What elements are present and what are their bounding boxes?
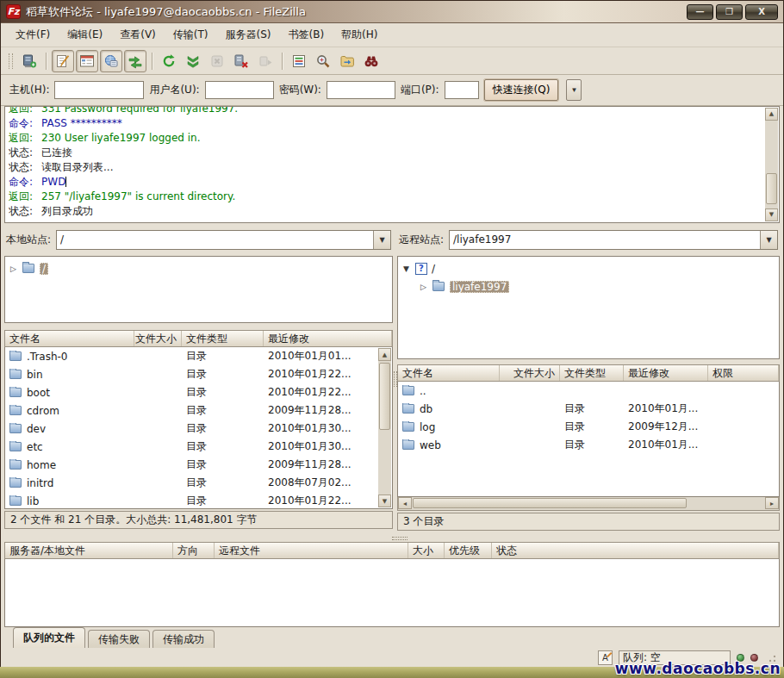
table-row[interactable]: .. (398, 382, 779, 400)
expand-icon[interactable]: ▷ (420, 283, 432, 291)
column-filetype[interactable]: 文件类型 (560, 365, 624, 381)
menu-edit[interactable]: 编辑(E) (59, 25, 110, 45)
scroll-left-icon[interactable]: ◂ (398, 497, 412, 509)
table-row[interactable]: web目录2010年01月... (398, 436, 779, 454)
table-row[interactable]: home目录2009年11月28... (5, 456, 392, 474)
remote-list-hscrollbar[interactable]: ◂ ▸ (397, 497, 780, 511)
collapse-icon[interactable]: ▼ (403, 264, 415, 273)
table-row[interactable]: cdrom目录2009年11月28... (5, 401, 392, 420)
tree-node-root[interactable]: ▼ ? / (398, 259, 779, 277)
text-caret (65, 177, 66, 187)
table-row[interactable]: log目录2009年12月... (398, 418, 779, 436)
remote-directory-tree[interactable]: ▼ ? / ▷ liyafe1997 (397, 256, 780, 359)
menu-bookmarks[interactable]: 书签(B) (280, 25, 332, 45)
column-size[interactable]: 大小 (408, 543, 445, 558)
toggle-local-tree-icon[interactable] (76, 50, 98, 72)
local-directory-tree[interactable]: ▷ / (4, 256, 393, 323)
menu-help[interactable]: 帮助(H) (333, 25, 385, 45)
local-site-combobox[interactable]: / ▼ (56, 230, 391, 250)
table-row[interactable]: lib目录2010年01月22... (5, 492, 392, 509)
column-filename[interactable]: 文件名 (398, 365, 500, 381)
close-button[interactable]: X (745, 4, 778, 20)
local-list-scrollbar[interactable]: ▲ ▼ (378, 348, 391, 507)
toggle-remote-tree-icon[interactable] (100, 50, 122, 72)
expand-icon[interactable]: ▷ (10, 264, 22, 273)
scroll-down-icon[interactable]: ▼ (765, 208, 778, 221)
tree-node-root[interactable]: ▷ / (5, 259, 392, 277)
table-row[interactable]: boot目录2010年01月22... (5, 383, 392, 401)
chevron-down-icon[interactable]: ▼ (760, 231, 777, 249)
tab-successful-transfers[interactable]: 传输成功 (152, 630, 215, 648)
table-row[interactable]: db目录2010年01月... (398, 400, 779, 418)
scrollbar-thumb[interactable] (379, 363, 390, 430)
folder-icon (22, 264, 34, 273)
menu-file[interactable]: 文件(F) (8, 25, 58, 45)
minimize-button[interactable]: — (687, 4, 713, 20)
column-status[interactable]: 状态 (492, 543, 779, 558)
scrollbar-thumb[interactable] (766, 173, 777, 204)
tab-failed-transfers[interactable]: 传输失败 (88, 630, 150, 648)
toggle-message-log-icon[interactable] (52, 50, 74, 72)
remote-site-combobox[interactable]: /liyafe1997 ▼ (449, 230, 778, 250)
site-manager-icon[interactable] (18, 50, 40, 72)
scroll-right-icon[interactable]: ▸ (765, 497, 779, 509)
refresh-icon[interactable] (158, 50, 180, 72)
column-filename[interactable]: 文件名 (5, 331, 134, 346)
password-input[interactable] (327, 81, 395, 99)
folder-icon (9, 496, 22, 506)
column-direction[interactable]: 方向 (173, 543, 215, 558)
directory-filter-icon[interactable] (288, 50, 310, 72)
window-controls: — ❐ X (687, 4, 778, 20)
reconnect-icon[interactable] (254, 50, 277, 72)
scroll-down-icon[interactable]: ▼ (378, 495, 391, 507)
toggle-transfer-queue-icon[interactable] (124, 50, 146, 72)
column-filesize[interactable]: 文件大小 (134, 331, 182, 346)
directory-comparison-icon[interactable] (312, 50, 334, 72)
port-label: 端口(P): (401, 83, 439, 97)
toolbar-separator (46, 53, 47, 70)
column-priority[interactable]: 优先级 (445, 543, 492, 558)
log-scrollbar[interactable]: ▲ ▼ (765, 108, 778, 221)
disconnect-icon[interactable] (230, 50, 252, 72)
column-filesize[interactable]: 文件大小 (500, 365, 560, 381)
cancel-icon[interactable] (206, 50, 228, 72)
quickconnect-button[interactable]: 快速连接(Q) (484, 79, 559, 101)
tab-queued-files[interactable]: 队列的文件 (13, 627, 85, 648)
column-filetype[interactable]: 文件类型 (182, 331, 264, 346)
local-splitter[interactable] (4, 323, 393, 330)
table-row[interactable]: bin目录2010年01月22... (5, 365, 392, 383)
host-input[interactable] (54, 81, 144, 99)
tree-node-child[interactable]: ▷ liyafe1997 (398, 277, 779, 295)
quickconnect-dropdown-icon[interactable]: ▼ (566, 79, 582, 101)
process-queue-icon[interactable] (182, 50, 204, 72)
scroll-up-icon[interactable]: ▲ (378, 348, 391, 361)
folder-icon (9, 388, 22, 397)
column-permissions[interactable]: 权限 (708, 365, 779, 381)
username-input[interactable] (205, 81, 274, 99)
column-modified[interactable]: 最近修改 (264, 331, 392, 346)
host-label: 主机(H): (9, 83, 49, 97)
log-edit-icon[interactable]: A (598, 650, 613, 665)
maximize-button[interactable]: ❐ (716, 4, 743, 20)
port-input[interactable] (445, 81, 479, 99)
menu-transfer[interactable]: 传输(T) (165, 25, 216, 45)
transfer-queue-list[interactable] (4, 559, 780, 627)
toolbar-separator (152, 53, 152, 70)
column-server-local-file[interactable]: 服务器/本地文件 (5, 543, 173, 558)
column-modified[interactable]: 最近修改 (624, 365, 708, 381)
folder-icon (402, 386, 414, 395)
chevron-down-icon[interactable]: ▼ (373, 231, 390, 249)
scrollbar-thumb[interactable] (413, 498, 687, 508)
synchronized-browsing-icon[interactable] (336, 50, 358, 72)
queue-splitter[interactable] (1, 535, 783, 542)
table-row[interactable]: dev目录2010年01月30... (5, 420, 392, 438)
scroll-up-icon[interactable]: ▲ (765, 108, 778, 121)
find-files-icon[interactable] (360, 50, 383, 72)
menu-server[interactable]: 服务器(S) (218, 25, 279, 45)
menu-view[interactable]: 查看(V) (112, 25, 164, 45)
table-row[interactable]: initrd目录2008年07月02... (5, 474, 392, 492)
column-remote-file[interactable]: 远程文件 (215, 543, 408, 558)
message-log[interactable]: 返回:331 Password required for liyafe1997.… (4, 106, 780, 223)
table-row[interactable]: .Trash-0目录2010年01月01... (5, 347, 392, 365)
table-row[interactable]: etc目录2010年01月30... (5, 438, 392, 456)
